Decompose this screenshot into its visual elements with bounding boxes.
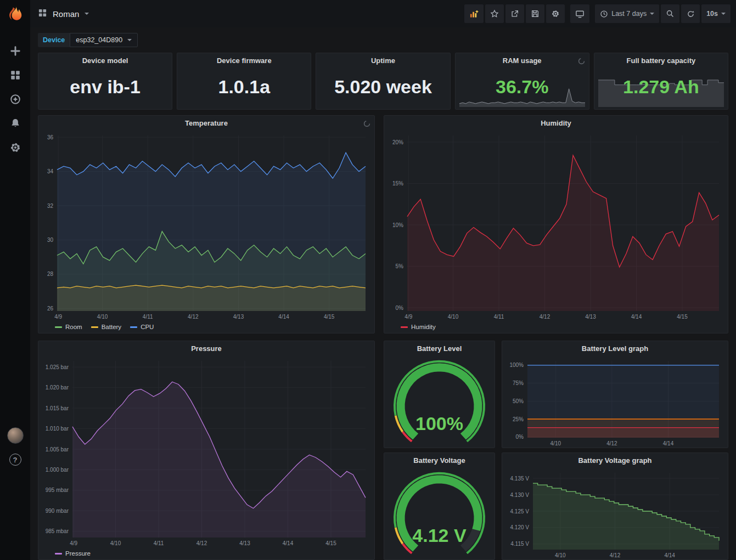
stat-panel-uptime: Uptime 5.020 week — [316, 53, 450, 110]
svg-text:4/10: 4/10 — [448, 314, 459, 320]
legend-swatch — [55, 553, 62, 555]
battery-panels-grid: Battery Level 100% Battery Level graph 0… — [384, 341, 728, 560]
chevron-down-icon — [85, 13, 89, 15]
svg-text:5%: 5% — [396, 263, 404, 269]
panel-title[interactable]: Battery Voltage graph — [502, 453, 728, 467]
save-button[interactable] — [526, 4, 544, 23]
svg-text:0%: 0% — [396, 305, 404, 311]
panel-title[interactable]: Battery Level graph — [502, 341, 728, 355]
battery-voltage-graph-chart[interactable]: 4.115 V4.120 V4.125 V4.130 V4.135 V4/104… — [504, 468, 724, 559]
svg-text:4.12 V: 4.12 V — [412, 525, 467, 546]
svg-text:4.115 V: 4.115 V — [510, 541, 529, 547]
panel-title[interactable]: Device firmware — [177, 53, 311, 67]
explore-compass-icon[interactable] — [10, 94, 21, 105]
battery-level-graph-chart[interactable]: 0%25%50%75%100%4/104/124/14 — [504, 357, 724, 448]
device-variable-value[interactable]: esp32_04D890 — [70, 33, 138, 47]
star-button[interactable] — [485, 4, 504, 23]
share-button[interactable] — [505, 4, 524, 23]
temperature-chart[interactable]: 2628303234364/94/104/114/124/134/144/15 — [41, 131, 371, 321]
time-range-picker[interactable]: Last 7 days — [595, 4, 659, 23]
panel-title[interactable]: Uptime — [316, 53, 450, 67]
legend-item[interactable]: Humidity — [401, 324, 436, 330]
chevron-down-icon — [127, 39, 132, 41]
panel-title[interactable]: Full battery capacity — [594, 53, 728, 67]
tv-mode-button[interactable] — [570, 4, 589, 23]
legend-swatch — [55, 326, 62, 328]
svg-text:4.130 V: 4.130 V — [510, 492, 530, 498]
stat-value: 5.020 week — [316, 67, 450, 109]
battery-level-graph-panel: Battery Level graph 0%25%50%75%100%4/104… — [502, 341, 728, 448]
legend-item[interactable]: CPU — [130, 324, 154, 330]
svg-text:100%: 100% — [509, 362, 524, 368]
svg-text:4.135 V: 4.135 V — [510, 476, 530, 482]
configuration-gear-icon[interactable] — [10, 142, 21, 153]
create-plus-icon[interactable] — [10, 46, 21, 56]
svg-text:20%: 20% — [392, 139, 403, 145]
svg-text:10%: 10% — [392, 222, 403, 228]
panel-title[interactable]: Pressure — [38, 341, 374, 355]
svg-text:32: 32 — [47, 203, 54, 209]
panel-title[interactable]: Temperature — [38, 116, 374, 130]
refresh-interval-label: 10s — [706, 10, 718, 18]
svg-text:990 mbar: 990 mbar — [46, 508, 69, 514]
sidebar-bottom: ? — [7, 427, 24, 560]
help-icon[interactable]: ? — [9, 454, 21, 466]
svg-text:25%: 25% — [513, 416, 524, 422]
panel-title[interactable]: Humidity — [384, 116, 728, 130]
svg-text:995 mbar: 995 mbar — [46, 487, 69, 493]
dashboards-icon[interactable] — [10, 70, 21, 81]
svg-text:4/13: 4/13 — [233, 314, 244, 320]
temperature-legend: RoomBatteryCPU — [38, 321, 374, 333]
dashboard-title[interactable]: Roman — [53, 9, 79, 19]
svg-text:26: 26 — [47, 306, 54, 312]
grafana-app: ? Roman — [0, 0, 736, 560]
svg-text:4/13: 4/13 — [585, 314, 596, 320]
svg-text:4/15: 4/15 — [325, 540, 336, 546]
panel-actions-group — [464, 4, 565, 23]
refresh-button[interactable] — [681, 4, 700, 23]
panel-title[interactable]: Battery Voltage — [384, 453, 495, 467]
pressure-chart[interactable]: 985 mbar990 mbar995 mbar1.000 bar1.005 b… — [41, 357, 371, 547]
svg-text:1.025 bar: 1.025 bar — [46, 364, 69, 370]
left-sidebar: ? — [0, 0, 30, 560]
clock-icon — [600, 10, 608, 18]
legend-swatch — [130, 326, 137, 328]
dashboard-grid-icon[interactable] — [38, 8, 47, 20]
svg-text:4/13: 4/13 — [239, 540, 250, 546]
bottom-row: Pressure 985 mbar990 mbar995 mbar1.000 b… — [38, 341, 728, 560]
panel-title[interactable]: Device model — [38, 53, 172, 67]
add-panel-button[interactable] — [464, 4, 484, 23]
dashboard-settings-button[interactable] — [546, 4, 565, 23]
chevron-down-icon — [721, 13, 726, 15]
user-avatar[interactable] — [7, 427, 24, 444]
legend-swatch — [91, 326, 98, 328]
legend-item[interactable]: Room — [55, 324, 82, 330]
device-variable-current: esp32_04D890 — [76, 36, 122, 44]
charts-row: Temperature 2628303234364/94/104/114/124… — [38, 115, 728, 333]
humidity-chart[interactable]: 0%5%10%15%20%4/94/104/114/124/134/144/15 — [386, 131, 724, 321]
stat-panel-device-model: Device model env ib-1 — [38, 53, 172, 110]
svg-text:4/12: 4/12 — [196, 540, 207, 546]
svg-text:4/15: 4/15 — [324, 314, 335, 320]
svg-text:4.120 V: 4.120 V — [510, 524, 530, 530]
svg-text:100%: 100% — [415, 413, 463, 434]
svg-text:4/14: 4/14 — [664, 552, 675, 558]
main-area: Roman — [30, 0, 736, 560]
svg-text:4/11: 4/11 — [143, 314, 153, 320]
refresh-interval-picker[interactable]: 10s — [701, 4, 731, 23]
humidity-panel: Humidity 0%5%10%15%20%4/94/104/114/124/1… — [384, 115, 728, 333]
svg-text:4/10: 4/10 — [550, 440, 561, 446]
stat-value: 1.279 Ah — [594, 67, 728, 109]
loading-spinner-icon — [578, 57, 585, 67]
zoom-out-button[interactable] — [661, 4, 679, 23]
panel-title[interactable]: Battery Level — [384, 341, 495, 355]
legend-item[interactable]: Battery — [91, 324, 121, 330]
svg-text:4/9: 4/9 — [404, 314, 412, 320]
svg-text:1.000 bar: 1.000 bar — [46, 467, 69, 473]
svg-text:4/10: 4/10 — [97, 314, 108, 320]
panel-title[interactable]: RAM usage — [456, 53, 589, 67]
loading-spinner-icon — [363, 120, 370, 129]
grafana-logo[interactable] — [5, 4, 25, 24]
legend-item[interactable]: Pressure — [55, 550, 91, 557]
alerting-bell-icon[interactable] — [10, 118, 21, 129]
